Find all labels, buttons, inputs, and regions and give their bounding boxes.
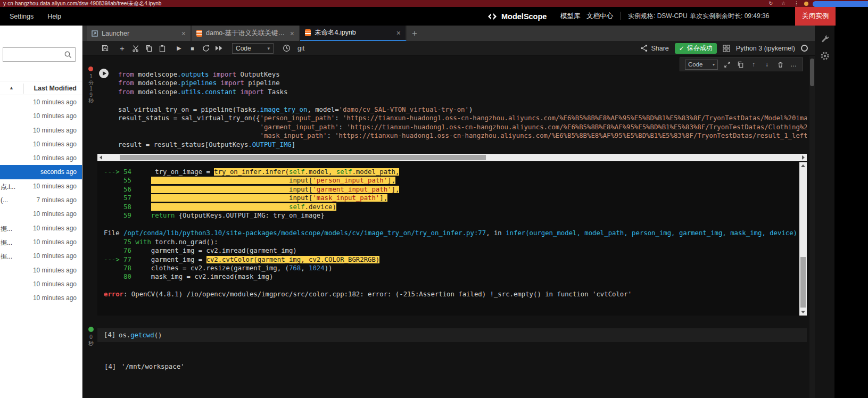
file-browser-sidebar: ▲ Last Modified 10 minutes ago10 minutes… xyxy=(0,26,82,398)
vertical-scrollbar-thumb[interactable] xyxy=(800,257,806,308)
column-divider xyxy=(23,84,24,94)
gear-icon[interactable] xyxy=(820,51,830,61)
scroll-down-arrow-icon[interactable] xyxy=(801,311,805,313)
vertical-scrollbar[interactable] xyxy=(799,162,807,316)
tab-damo-notebook[interactable]: damo-基于语义关联关键点… × xyxy=(192,26,300,41)
cut-cells-button[interactable] xyxy=(129,42,142,55)
browser-icons: ↻ ☆ ⋮ xyxy=(768,1,799,6)
tab-launcher[interactable]: Launcher × xyxy=(87,26,192,41)
execute-time-icon[interactable] xyxy=(280,42,293,55)
tab-label: 未命名4.ipynb xyxy=(315,28,393,37)
launcher-icon xyxy=(92,30,98,37)
file-row[interactable]: 据...10 minutes ago xyxy=(0,249,82,263)
share-label: Share xyxy=(651,45,668,52)
browser-bar: y-cn-hangzhou.data.aliyun.com/dsw-490839… xyxy=(0,0,868,7)
save-button[interactable] xyxy=(98,42,112,55)
menu-settings[interactable]: Settings xyxy=(10,13,34,20)
file-modified-time: 10 minutes ago xyxy=(33,112,77,120)
close-icon[interactable]: × xyxy=(290,30,294,37)
output-prompt: [4] xyxy=(104,363,116,370)
move-cell-down-icon[interactable]: ↓ xyxy=(763,60,771,69)
horizontal-scrollbar[interactable] xyxy=(97,154,807,161)
refresh-icon[interactable]: ↻ xyxy=(768,1,773,6)
tools-icon[interactable] xyxy=(820,34,830,44)
window-scrollbar[interactable] xyxy=(809,56,815,398)
notebook-icon xyxy=(305,29,311,36)
star-icon[interactable]: ☆ xyxy=(781,1,786,6)
menu-help[interactable]: Help xyxy=(47,13,61,20)
file-row[interactable]: 10 minutes ago xyxy=(0,291,82,305)
notebook-scroll-area: 1分19秒 from modelscope.outputs import Out… xyxy=(82,56,815,398)
close-instance-button[interactable]: 关闭实例 xyxy=(795,7,836,26)
close-icon[interactable]: × xyxy=(396,29,401,37)
kernel-name[interactable]: Python 3 (ipykernel) xyxy=(736,45,795,52)
nav-docs-center[interactable]: 文档中心 xyxy=(586,7,613,26)
delete-cell-icon[interactable] xyxy=(776,60,784,69)
file-row[interactable]: 10 minutes ago xyxy=(0,277,82,291)
file-search-box[interactable] xyxy=(3,47,76,62)
menu-dots-icon[interactable]: ⋮ xyxy=(794,1,799,6)
file-row[interactable]: 据...10 minutes ago xyxy=(0,221,82,235)
chevron-down-icon: ▾ xyxy=(267,46,270,51)
search-input[interactable] xyxy=(5,49,63,60)
move-cell-up-icon[interactable]: ↑ xyxy=(749,60,758,69)
file-row[interactable]: 10 minutes ago xyxy=(0,263,82,277)
window-scrollbar-thumb[interactable] xyxy=(810,59,814,86)
file-name: 据... xyxy=(1,238,12,247)
cell1-code-editor[interactable]: from modelscope.outputs import OutputKey… xyxy=(118,70,807,149)
cell-type-value: Code xyxy=(236,45,251,52)
kernel-status-icon xyxy=(801,45,808,52)
restart-run-all-icon[interactable] xyxy=(212,42,226,55)
nav-model-hub[interactable]: 模型库 xyxy=(560,7,581,26)
file-modified-time: 10 minutes ago xyxy=(33,210,77,218)
scroll-right-arrow-icon[interactable] xyxy=(802,155,805,160)
column-last-modified[interactable]: Last Modified xyxy=(34,85,77,92)
restart-kernel-icon[interactable] xyxy=(199,42,212,55)
run-cell-play-button[interactable] xyxy=(99,69,109,78)
browser-action-button[interactable] xyxy=(813,1,868,7)
file-modified-time: 10 minutes ago xyxy=(33,98,77,106)
duplicate-cell-icon[interactable] xyxy=(736,60,745,69)
file-row[interactable]: 10 minutes ago xyxy=(0,207,82,221)
save-status-text: 保存成功 xyxy=(687,44,713,53)
file-row[interactable]: 点.i...10 minutes ago xyxy=(0,179,82,193)
file-row[interactable]: 10 minutes ago xyxy=(0,137,82,151)
file-list-header[interactable]: ▲ Last Modified xyxy=(0,81,82,95)
tab-untitled4[interactable]: 未命名4.ipynb × xyxy=(300,26,407,41)
output-value: '/mnt/workspace' xyxy=(121,363,184,370)
scroll-left-arrow-icon[interactable] xyxy=(100,155,102,160)
insert-cell-button[interactable]: + xyxy=(115,42,129,55)
file-row[interactable]: seconds ago xyxy=(0,165,82,179)
copy-cells-button[interactable] xyxy=(142,42,155,55)
file-modified-time: seconds ago xyxy=(40,168,77,176)
file-name: 据... xyxy=(1,252,12,261)
expand-cell-icon[interactable] xyxy=(723,60,731,69)
file-row[interactable]: 10 minutes ago xyxy=(0,123,82,137)
right-tool-strip xyxy=(815,26,834,398)
file-row[interactable]: (...7 minutes ago xyxy=(0,193,82,207)
cell-type-dropdown[interactable]: Code ▾ xyxy=(232,43,274,54)
close-icon[interactable]: × xyxy=(181,30,186,37)
instance-spec: 实例规格: DSW-CPU xyxy=(628,7,688,26)
run-cell-button[interactable]: ▶ xyxy=(172,42,186,55)
modelscope-brand: ModelScope xyxy=(487,7,547,26)
more-actions-icon[interactable]: … xyxy=(789,60,798,69)
panel-grid-icon[interactable] xyxy=(723,45,730,52)
file-row[interactable]: 10 minutes ago xyxy=(0,151,82,165)
scroll-up-arrow-icon[interactable] xyxy=(801,164,805,167)
interrupt-kernel-button[interactable]: ■ xyxy=(186,42,199,55)
file-row[interactable]: 10 minutes ago xyxy=(0,109,82,123)
paste-cells-button[interactable] xyxy=(155,42,169,55)
error-dot-icon xyxy=(88,67,93,71)
cell2-code-editor[interactable]: os.getcwd() xyxy=(119,331,162,339)
cell2-input[interactable]: [4] os.getcwd() xyxy=(97,328,807,342)
file-row[interactable]: 据...10 minutes ago xyxy=(0,235,82,249)
new-tab-button[interactable]: + xyxy=(407,26,423,41)
file-row[interactable]: 10 minutes ago xyxy=(0,95,82,109)
file-modified-time: 10 minutes ago xyxy=(33,280,77,288)
horizontal-scrollbar-thumb[interactable] xyxy=(120,155,486,160)
file-modified-time: 10 minutes ago xyxy=(33,127,77,134)
cell-type-dropdown[interactable]: Code ▾ xyxy=(685,60,718,70)
file-list: 10 minutes ago10 minutes ago10 minutes a… xyxy=(0,95,82,305)
share-button[interactable]: Share xyxy=(640,44,668,52)
